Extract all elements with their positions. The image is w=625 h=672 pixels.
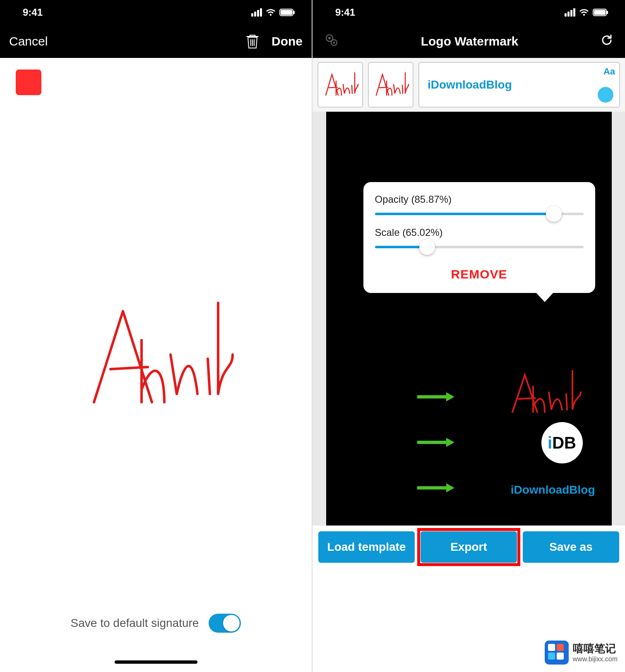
refresh-icon[interactable] bbox=[600, 34, 613, 50]
cellular-icon bbox=[251, 8, 262, 17]
site-logo-icon bbox=[545, 641, 569, 665]
svg-marker-15 bbox=[446, 483, 454, 492]
home-indicator bbox=[115, 660, 197, 664]
scale-label: Scale (65.02%) bbox=[375, 227, 584, 238]
svg-rect-5 bbox=[607, 11, 608, 14]
svg-rect-4 bbox=[594, 10, 606, 15]
bottom-buttons: Load template Export Save as bbox=[312, 526, 625, 569]
svg-marker-11 bbox=[446, 392, 454, 401]
cellular-icon bbox=[565, 8, 575, 17]
idb-logo-watermark[interactable]: iDB bbox=[541, 422, 583, 463]
watermark-row: iDownloadBlog Aa bbox=[312, 58, 625, 112]
watermark-popover: Opacity (85.87%) Scale (65.02%) R bbox=[363, 182, 595, 293]
watermark-screen: 9:41 Logo Watermark bbox=[312, 0, 625, 672]
annotation-arrow-icon bbox=[417, 483, 454, 492]
annotation-arrow-icon bbox=[417, 392, 454, 401]
wifi-icon bbox=[265, 8, 276, 17]
battery-icon bbox=[593, 9, 608, 16]
status-time: 9:41 bbox=[23, 7, 43, 18]
cancel-button[interactable]: Cancel bbox=[9, 34, 48, 48]
text-color-dot[interactable] bbox=[598, 87, 613, 103]
color-swatch[interactable] bbox=[16, 70, 41, 95]
signature-screen: 9:41 Cancel Done bbox=[0, 0, 312, 672]
status-icons bbox=[251, 8, 295, 17]
save-default-toggle[interactable] bbox=[209, 614, 241, 633]
text-style-icon[interactable]: Aa bbox=[603, 66, 615, 77]
signature-canvas[interactable] bbox=[0, 124, 312, 589]
svg-point-7 bbox=[328, 37, 331, 39]
annotation-arrow-icon bbox=[417, 438, 454, 447]
save-default-row: Save to default signature bbox=[0, 614, 312, 633]
battery-icon bbox=[279, 9, 295, 16]
settings-icon[interactable] bbox=[324, 33, 339, 50]
text-watermark[interactable]: iDownloadBlog bbox=[511, 483, 595, 497]
status-icons bbox=[565, 8, 608, 17]
preview-image[interactable]: Opacity (85.87%) Scale (65.02%) R bbox=[326, 112, 612, 526]
export-button[interactable]: Export bbox=[421, 531, 517, 563]
site-url: www.bijixx.com bbox=[573, 655, 618, 663]
watermark-thumb-2[interactable] bbox=[368, 62, 413, 108]
status-bar: 9:41 bbox=[0, 0, 312, 25]
svg-marker-13 bbox=[446, 438, 454, 447]
svg-point-9 bbox=[333, 41, 335, 43]
trash-icon[interactable] bbox=[246, 34, 259, 49]
save-as-button[interactable]: Save as bbox=[523, 531, 619, 563]
watermark-thumb-1[interactable] bbox=[317, 62, 363, 108]
preview-area: Opacity (85.87%) Scale (65.02%) R bbox=[312, 112, 625, 526]
page-title: Logo Watermark bbox=[421, 34, 519, 48]
site-name: 嘻嘻笔记 bbox=[573, 642, 618, 655]
signature-drawing bbox=[69, 286, 243, 427]
svg-rect-2 bbox=[293, 11, 295, 14]
status-time: 9:41 bbox=[335, 7, 355, 18]
opacity-slider[interactable] bbox=[375, 213, 584, 215]
watermark-text-box[interactable]: iDownloadBlog Aa bbox=[418, 62, 620, 108]
opacity-label: Opacity (85.87%) bbox=[375, 194, 584, 205]
load-template-button[interactable]: Load template bbox=[318, 531, 415, 563]
scale-slider[interactable] bbox=[375, 246, 584, 248]
done-button[interactable]: Done bbox=[272, 34, 303, 48]
watermark-text-label: iDownloadBlog bbox=[428, 78, 512, 91]
idb-db: DB bbox=[552, 434, 576, 452]
site-watermark: 嘻嘻笔记 www.bijixx.com bbox=[545, 641, 618, 665]
status-bar: 9:41 bbox=[312, 0, 625, 25]
remove-button[interactable]: REMOVE bbox=[375, 260, 584, 284]
nav-bar: Logo Watermark bbox=[312, 25, 625, 58]
nav-bar: Cancel Done bbox=[0, 25, 312, 58]
save-default-label: Save to default signature bbox=[71, 617, 199, 630]
wifi-icon bbox=[579, 8, 589, 17]
idb-i: i bbox=[548, 434, 552, 452]
signature-watermark[interactable] bbox=[504, 367, 595, 418]
svg-rect-1 bbox=[281, 10, 292, 15]
